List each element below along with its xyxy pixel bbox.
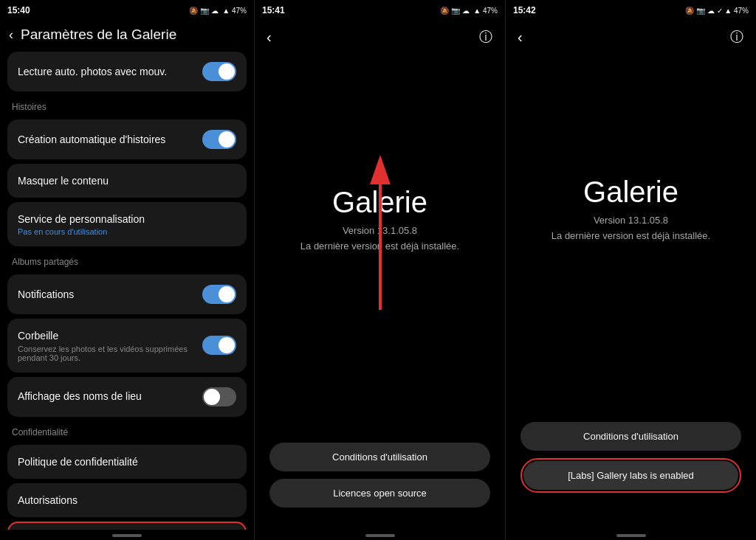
section-albums: Albums partagés [7,251,247,270]
labs-btn-wrapper: [Labs] Gallery labs is enabled [520,458,741,493]
section-confidentialite: Confidentialité [7,421,247,440]
toggle-corbeille[interactable] [202,336,236,355]
setting-title-notifications: Notifications [18,288,202,301]
app-status-2: La dernière version est déjà installée. [300,240,459,252]
app-status-3: La dernière version est déjà installée. [551,230,710,241]
setting-title-corbeille: Corbeille [18,329,202,342]
settings-header: ‹ Paramètres de la Galerie [0,21,254,52]
info-icon-3[interactable]: ⓘ [729,28,744,46]
setting-autorisations[interactable]: Autorisations [7,483,247,517]
setting-service-perso[interactable]: Service de personnalisation Pas en cours… [7,202,247,246]
conditions-btn-3[interactable]: Conditions d'utilisation [520,422,741,451]
setting-title-autorisations: Autorisations [18,494,236,507]
time-2: 15:41 [262,5,285,15]
setting-affichage-noms[interactable]: Affichage des noms de lieu [7,377,247,417]
settings-title: Paramètres de la Galerie [21,27,176,43]
setting-notifications[interactable]: Notifications [7,274,247,314]
setting-title-lecture: Lecture auto. photos avec mouv. [18,65,202,78]
toggle-affichage-noms[interactable] [202,387,236,406]
conditions-btn-2[interactable]: Conditions d'utilisation [269,443,490,471]
back-icon-about-2[interactable]: ‹ [267,29,272,46]
status-icons-2: 🔕 📷 ☁ ▲ 47% [440,7,498,15]
labs-btn[interactable]: [Labs] Gallery labs is enabled [523,461,738,490]
app-name-3: Galerie [583,176,678,209]
toggle-lecture-auto[interactable] [202,62,236,81]
back-icon-about-3[interactable]: ‹ [518,29,523,46]
status-bar-1: 15:40 🔕 📷 ☁ ▲ 47% [0,0,254,21]
settings-panel: 15:40 🔕 📷 ☁ ▲ 47% ‹ Paramètres de la Gal… [0,0,255,540]
status-icons-3: 🔕 📷 ☁ ✓ ▲ 47% [685,7,749,15]
setting-sub-corbeille: Conservez les photos et les vidéos suppr… [18,345,202,362]
about-footer-2: Conditions d'utilisation Licences open s… [255,443,505,530]
setting-title-masquer: Masquer le contenu [18,174,236,187]
scroll-indicator-3 [616,534,646,537]
setting-sub-service: Pas en cours d'utilisation [18,227,236,236]
setting-title-politique: Politique de confidentialité [18,455,236,468]
scroll-indicator-1 [112,534,142,537]
section-histoires: Histoires [7,96,247,115]
settings-list: Lecture auto. photos avec mouv. Histoire… [0,52,254,530]
licences-btn-2[interactable]: Licences open source [269,479,490,508]
setting-politique[interactable]: Politique de confidentialité [7,445,247,479]
setting-masquer[interactable]: Masquer le contenu [7,164,247,198]
status-icons-1: 🔕 📷 ☁ ▲ 47% [189,7,247,15]
status-bar-3: 15:42 🔕 📷 ☁ ✓ ▲ 47% [506,0,756,21]
setting-title-affichage: Affichage des noms de lieu [18,390,202,403]
about-header-2: ‹ ⓘ [255,21,505,53]
time-3: 15:42 [513,5,536,15]
setting-title-creation: Création automatique d'histoires [18,133,202,146]
time-1: 15:40 [7,5,30,15]
scroll-indicator-2 [365,534,395,537]
about-footer-3: Conditions d'utilisation [Labs] Gallery … [506,422,756,530]
back-icon-settings[interactable]: ‹ [9,27,13,43]
status-bar-2: 15:41 🔕 📷 ☁ ▲ 47% [255,0,505,21]
info-icon-2[interactable]: ⓘ [478,28,493,46]
setting-lecture-auto[interactable]: Lecture auto. photos avec mouv. [7,52,247,91]
about-header-3: ‹ ⓘ [506,21,756,53]
about-content-3: Galerie Version 13.1.05.8 La dernière ve… [506,53,756,422]
about-panel-3: 15:42 🔕 📷 ☁ ✓ ▲ 47% ‹ ⓘ Galerie Version … [506,0,756,540]
setting-corbeille[interactable]: Corbeille Conservez les photos et les vi… [7,319,247,372]
setting-creation-auto[interactable]: Création automatique d'histoires [7,120,247,159]
app-version-2: Version 13.1.05.8 [343,225,417,236]
setting-title-service: Service de personnalisation [18,212,236,226]
toggle-creation-auto[interactable] [202,130,236,149]
setting-a-propos[interactable]: À propos de la Galerie [7,522,247,530]
about-content-2: Galerie Version 13.1.05.8 La dernière ve… [255,53,505,443]
app-name-2: Galerie [332,186,427,219]
app-version-3: Version 13.1.05.8 [594,215,668,226]
about-panel-2: 15:41 🔕 📷 ☁ ▲ 47% ‹ ⓘ Galerie Version 13… [255,0,506,540]
toggle-notifications[interactable] [202,285,236,304]
